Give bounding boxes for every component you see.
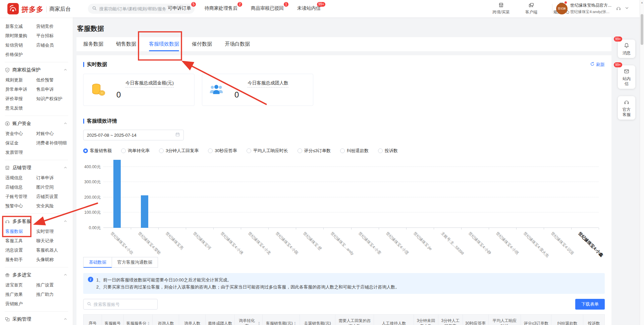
metric-radio-询单转化率[interactable]: 询单转化率 [121,148,150,154]
metric-radio-纠纷退款数[interactable]: 纠纷退款数 [340,148,369,154]
sidebar-item-资金中心[interactable]: 资金中心 [5,131,36,136]
sidebar-item-异常单申诉[interactable]: 异常单申诉 [5,86,36,92]
sidebar-item-规则更新[interactable]: 规则更新 [5,77,36,83]
quick-link-unread-messages[interactable]: 未读站内信99+ [297,5,321,11]
sidebar-item-客服工具[interactable]: 客服工具 [5,238,36,244]
sidebar-item-保证金[interactable]: 保证金 [5,140,36,146]
sidebar-item-短信营销[interactable]: 短信营销 [5,42,36,48]
radio-dot [378,148,383,153]
tab-basic-data[interactable]: 基础数据 [83,257,112,268]
sidebar-section-店铺管理[interactable]: 店铺管理 [5,165,68,171]
tab-official-chat-data[interactable]: 官方客服沟通数据 [112,257,158,268]
sidebar-item-聊天记录[interactable]: 聊天记录 [36,238,68,244]
sidebar-item-推广效果[interactable]: 推广效果 [5,291,36,297]
metric-radio-投诉数[interactable]: 投诉数 [378,148,398,154]
sidebar-section-账户资金[interactable]: 账户资金 [5,121,68,127]
metric-radio-3分钟人工回复率[interactable]: 3分钟人工回复率 [159,148,199,154]
chevron-up-icon[interactable] [63,67,67,73]
agent-search-input[interactable] [94,302,154,307]
sidebar-section-采购管理[interactable]: 采购管理 [5,316,68,322]
table-header-客服服务分[interactable]: 客服服务分▲▼ [124,315,153,325]
table-header-询单转化率[interactable]: 询单转化率▲▼ [235,315,263,325]
sidebar-item-发票管理[interactable]: 发票管理 [5,149,36,155]
sidebar-item-图片空间[interactable]: 图片空间 [36,184,68,190]
table-header-客服销售额(元)[interactable]: 客服销售额(元)▲▼ [263,315,300,325]
sidebar-item-营销竞价[interactable]: 营销竞价 [36,23,68,29]
sidebar-item-客服数据[interactable]: 客服数据 [5,229,36,234]
sidebar-item-消息设置[interactable]: 消息设置 [5,247,36,253]
sort-arrows-icon[interactable]: ▲▼ [148,321,150,325]
date-range-picker[interactable] [83,130,184,140]
floater-站内信[interactable]: 99+站内信 [618,65,635,89]
sidebar-item-安全风险[interactable]: 安全风险 [36,203,68,209]
shop-avatar[interactable]: 世纪缘 [556,3,568,14]
radio-dot [83,148,88,153]
sidebar-item-推广助力[interactable]: 推广助力 [36,291,68,297]
sidebar-item-消费者补偿明细[interactable]: 消费者补偿明细 [36,140,68,146]
sidebar-item-子账号管理[interactable]: 子账号管理 [5,194,36,199]
chevron-up-icon[interactable] [63,165,67,171]
tool-client-app[interactable]: 客户端 [521,2,542,15]
metric-radio-客服销售额[interactable]: 客服销售额 [83,148,112,154]
account-info[interactable]: 世纪缘珠宝饰品官方... 世纪缘珠宝4:andy(张... [570,3,614,14]
sidebar-item-服务助手[interactable]: 服务助手 [5,257,36,262]
download-table-button[interactable]: 下载表单 [575,299,605,310]
quick-link-pending-aftersales[interactable]: 待商家处理售后2 [205,5,237,11]
sidebar-item-进宝首页[interactable]: 进宝首页 [5,282,36,288]
sidebar-item-知识产权保护[interactable]: 知识产权保护 [36,96,68,102]
quick-link-appealable-orders[interactable]: 可申诉订单5 [168,5,191,11]
date-range-input[interactable] [87,133,175,138]
sidebar-item-店铺会员[interactable]: 店铺会员 [36,42,68,48]
tab-服务数据[interactable]: 服务数据 [83,37,103,51]
sidebar-item-新客立减[interactable]: 新客立减 [5,23,36,29]
chevron-up-icon[interactable] [63,219,67,224]
sidebar-item-意见反馈[interactable]: 意见反馈 [5,105,36,111]
scroll-up-arrow[interactable]: ▲ [641,1,643,4]
sidebar-item-低价预警[interactable]: 低价预警 [36,77,68,83]
chevron-up-icon[interactable] [63,317,67,322]
sidebar-item-对账中心[interactable]: 对账中心 [36,131,68,136]
notice-line-2: 2、只要买家当日咨询过某位客服，则会计入该客服的咨询人数；由于买家当日可能咨询过… [96,283,399,290]
sidebar-item-客服机器人[interactable]: 客服机器人 [36,247,68,253]
floater-官方客服[interactable]: 官方客服 [618,96,635,120]
sidebar-item-营销账户[interactable]: 营销账户 [5,301,36,307]
quick-link-rejected-products[interactable]: 商品审核已驳回1 [251,5,284,11]
refresh-button[interactable]: 刷新 [590,62,605,68]
chevron-down-icon[interactable] [625,6,629,11]
sidebar-item-违规信息[interactable]: 违规信息 [5,175,36,181]
sidebar-item-价格保护[interactable]: 价格保护 [5,52,36,57]
sidebar-section-商家权益保护[interactable]: 商家权益保护 [5,67,68,73]
chevron-up-icon[interactable] [63,272,67,278]
tab-销售数据[interactable]: 销售数据 [116,37,136,51]
sidebar-item-店铺页设置[interactable]: 店铺页设置 [36,194,68,199]
scrollbar-thumb[interactable] [641,14,643,45]
sidebar-item-限时限量购[interactable]: 限时限量购 [5,33,36,39]
account-headset-icon[interactable] [616,6,621,12]
sidebar-item-售后申诉[interactable]: 售后申诉 [36,86,68,92]
sidebar-item-推广设置[interactable]: 推广设置 [36,282,68,288]
page-scrollbar[interactable]: ▲ [640,0,644,325]
sidebar-item-预警中心[interactable]: 预警中心 [5,203,36,209]
tab-客服绩效数据[interactable]: 客服绩效数据 [149,37,179,51]
chevron-up-icon[interactable] [63,121,67,126]
sidebar-section-多多进宝[interactable]: 多多进宝 [5,272,68,278]
sidebar-item-实时管理[interactable]: 实时管理 [36,229,68,234]
sidebar-item-订单申诉[interactable]: 订单申诉 [36,175,68,181]
sort-arrows-icon[interactable]: ▲▼ [294,321,296,325]
metric-radio-30秒应答率[interactable]: 30秒应答率 [208,148,237,154]
sidebar-item-评价举报[interactable]: 评价举报 [5,96,36,102]
floater-消息[interactable]: 99+消息 [618,40,635,58]
sidebar-item-店铺信息[interactable]: 店铺信息 [5,184,36,190]
brand-area[interactable]: 拼多多 商家后台 [7,3,71,15]
x-axis-label: 世纪缘珠宝4:萤火虫 [522,231,550,258]
tab-开场白数据[interactable]: 开场白数据 [225,37,250,51]
agent-search-box[interactable] [83,299,158,310]
metric-radio-平均人工响应时长[interactable]: 平均人工响应时长 [247,148,288,154]
tool-crossborder[interactable]: 跨境/买菜 [490,2,512,15]
sidebar-item-平台招标[interactable]: 平台招标 [36,33,68,39]
tab-催付数据[interactable]: 催付数据 [192,37,212,51]
sidebar-item-头像昵称[interactable]: 头像昵称 [36,257,68,262]
metric-radio-评分≤3订单数[interactable]: 评分≤3订单数 [298,148,331,154]
sidebar-section-多多客服[interactable]: 多多客服 [5,218,68,224]
sort-arrows-icon[interactable]: ▲▼ [258,321,260,325]
